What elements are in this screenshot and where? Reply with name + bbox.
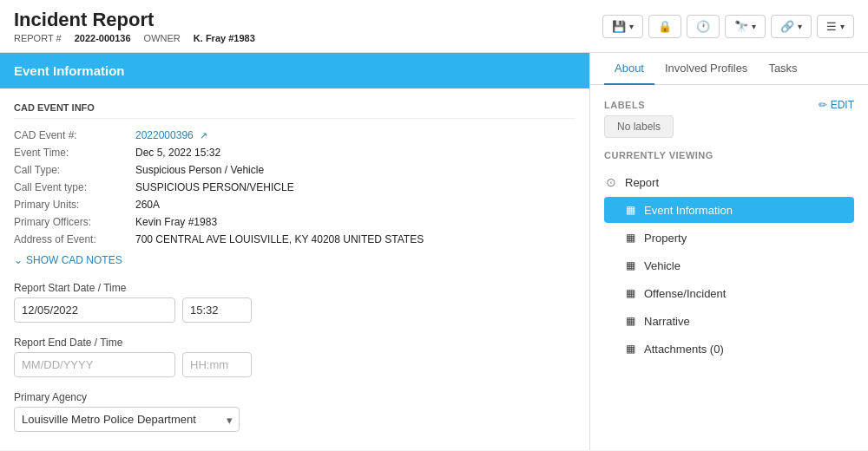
property-icon: ▦ [623,231,637,245]
menu-caret: ▾ [840,22,845,31]
nav-report-label: Report [625,176,659,189]
view-caret: ▾ [752,22,756,31]
right-panel: About Involved Profiles Tasks LABELS ✏ E… [590,53,868,450]
call-type-label: Call Type: [14,164,135,176]
report-start-inputs [14,297,575,323]
show-cad-notes-button[interactable]: ⌄ SHOW CAD NOTES [14,251,122,270]
primary-agency-select-wrapper: Louisville Metro Police Department [14,407,240,432]
nav-attachments-label: Attachments (0) [644,343,724,356]
owner-label: OWNER K. Fray #1983 [144,33,255,43]
currently-viewing-section: CURRENTLY VIEWING ⊙ Report ▦ Event Infor… [604,150,854,362]
primary-officers-row: Primary Officers: Kevin Fray #1983 [14,216,575,228]
nav-item-report[interactable]: ⊙ Report [604,169,854,195]
primary-units-label: Primary Units: [14,199,135,211]
lock-button[interactable]: 🔒 [648,15,681,38]
no-labels-badge: No labels [604,120,854,133]
labels-section: LABELS ✏ EDIT No labels [604,99,854,133]
labels-header: LABELS ✏ EDIT [604,99,854,111]
offense-icon: ▦ [623,286,637,300]
primary-agency-label: Primary Agency [14,391,575,403]
labels-title: LABELS [604,100,645,110]
address-label: Address of Event: [14,233,135,245]
chevron-down-icon: ⌄ [14,254,23,266]
lock-icon: 🔒 [658,20,672,33]
nav-vehicle-label: Vehicle [644,259,681,272]
cad-event-number-row: CAD Event #: 2022000396 ↗ [14,129,575,141]
nav-item-narrative[interactable]: ▦ Narrative [604,308,854,334]
report-end-inputs [14,352,575,377]
cad-event-number-value: 2022000396 ↗ [135,129,207,141]
tab-involved-profiles[interactable]: Involved Profiles [654,53,758,85]
panel-title: Event Information [14,63,125,78]
call-type-row: Call Type: Suspicious Person / Vehicle [14,164,575,176]
nav-item-vehicle[interactable]: ▦ Vehicle [604,252,854,278]
event-time-value: Dec 5, 2022 15:32 [135,147,220,159]
header-actions: 💾 ▾ 🔒 🕐 🔭 ▾ 🔗 ▾ ☰ ▾ [602,15,854,38]
report-start-time-input[interactable] [182,297,252,323]
primary-officers-label: Primary Officers: [14,216,135,228]
nav-narrative-label: Narrative [644,315,690,328]
narrative-icon: ▦ [623,314,637,328]
event-information-icon: ▦ [623,203,637,217]
cad-section-title: CAD EVENT INFO [14,102,575,119]
vehicle-icon: ▦ [623,258,637,272]
primary-agency-section: Primary Agency Louisville Metro Police D… [14,391,575,432]
address-of-event-row: Address of Event: 700 CENTRAL AVE LOUISV… [14,233,575,245]
primary-agency-select[interactable]: Louisville Metro Police Department [14,407,240,432]
clock-icon: 🕐 [696,20,710,33]
edit-labels-button[interactable]: ✏ EDIT [819,99,854,111]
cad-event-link[interactable]: 2022000396 [135,129,194,141]
nav-offense-label: Offense/Incident [644,287,726,300]
save-button[interactable]: 💾 ▾ [602,15,643,38]
menu-button[interactable]: ☰ ▾ [817,15,854,38]
report-circle-icon: ⊙ [604,175,618,189]
external-link-icon: ↗ [200,130,207,141]
report-end-time-input[interactable] [182,352,252,377]
call-event-type-value: SUSPICIOUS PERSON/VEHICLE [135,181,294,193]
nav-property-label: Property [644,232,687,245]
right-panel-content: LABELS ✏ EDIT No labels CURRENTLY VIEWIN… [590,85,868,377]
form-content: CAD EVENT INFO CAD Event #: 2022000396 ↗… [0,88,589,450]
header-meta: REPORT # 2022-000136 OWNER K. Fray #1983 [14,33,266,43]
report-start-date-input[interactable] [14,297,175,323]
link-button[interactable]: 🔗 ▾ [771,15,812,38]
tab-tasks[interactable]: Tasks [758,53,807,85]
link-icon: 🔗 [780,20,794,33]
view-button[interactable]: 🔭 ▾ [725,15,766,38]
report-end-section: Report End Date / Time [14,337,575,377]
report-start-section: Report Start Date / Time [14,282,575,323]
nav-item-attachments[interactable]: ▦ Attachments (0) [604,336,854,362]
page-title: Incident Report [14,9,266,31]
history-button[interactable]: 🕐 [687,15,720,38]
call-event-type-label: Call Event type: [14,181,135,193]
save-caret: ▾ [629,22,634,31]
report-end-date-input[interactable] [14,352,175,377]
nav-event-information-label: Event Information [644,204,733,217]
panel-header: Event Information [0,53,589,88]
primary-units-row: Primary Units: 260A [14,199,575,211]
address-value: 700 CENTRAL AVE LOUISVILLE, KY 40208 UNI… [135,233,424,245]
call-event-type-row: Call Event type: SUSPICIOUS PERSON/VEHIC… [14,181,575,193]
nav-item-property[interactable]: ▦ Property [604,225,854,251]
link-caret: ▾ [798,22,802,31]
primary-units-value: 260A [135,199,160,211]
cad-event-number-label: CAD Event #: [14,129,135,141]
report-number-label: REPORT # 2022-000136 [14,33,134,43]
primary-officers-value: Kevin Fray #1983 [135,216,217,228]
nav-item-offense-incident[interactable]: ▦ Offense/Incident [604,280,854,306]
header-title-area: Incident Report REPORT # 2022-000136 OWN… [14,9,266,43]
page-header: Incident Report REPORT # 2022-000136 OWN… [0,0,868,53]
report-end-label: Report End Date / Time [14,337,575,349]
report-number: 2022-000136 [75,33,131,43]
hamburger-icon: ☰ [826,20,837,33]
tab-about[interactable]: About [604,53,654,85]
nav-item-event-information[interactable]: ▦ Event Information [604,197,854,223]
save-icon: 💾 [612,20,626,33]
call-type-value: Suspicious Person / Vehicle [135,164,264,176]
owner-name: K. Fray #1983 [194,33,255,43]
event-time-row: Event Time: Dec 5, 2022 15:32 [14,147,575,159]
event-time-label: Event Time: [14,147,135,159]
currently-viewing-title: CURRENTLY VIEWING [604,150,854,160]
report-start-label: Report Start Date / Time [14,282,575,294]
left-panel: Event Information CAD EVENT INFO CAD Eve… [0,53,590,450]
